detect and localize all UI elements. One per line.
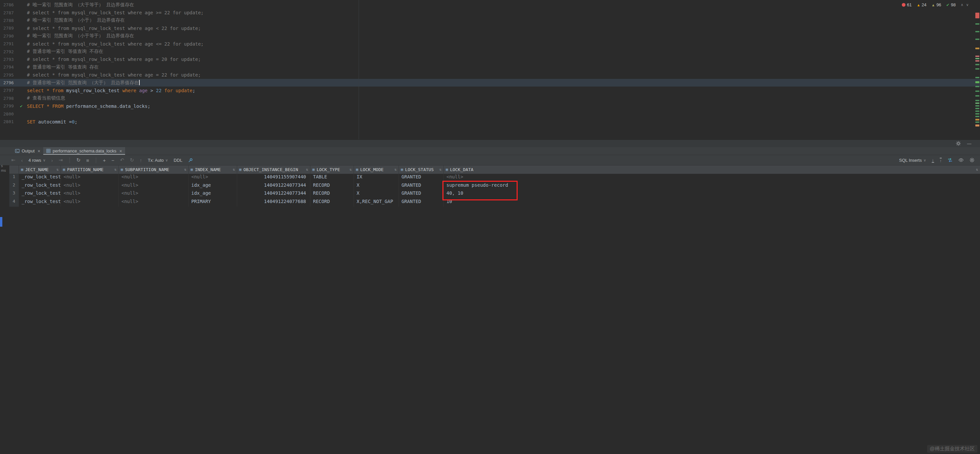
code-line-2791[interactable]: 2791# select * from mysql_row_lock_test … bbox=[0, 40, 980, 48]
submit-icon[interactable]: ↑ bbox=[140, 158, 142, 163]
cell-INDEX_NAME[interactable]: <null> bbox=[189, 174, 237, 182]
cell-JECT_NAME[interactable]: _row_lock_test bbox=[19, 190, 61, 199]
tab-data-locks[interactable]: performance_schema.data_locks × bbox=[43, 147, 125, 155]
cell-LOCK_TYPE[interactable]: RECORD bbox=[310, 199, 354, 207]
prev-page-icon[interactable]: ‹ bbox=[21, 158, 23, 163]
page-size-dropdown[interactable]: 4 rows ∨ bbox=[29, 158, 46, 163]
redo-icon[interactable]: ↻ bbox=[130, 157, 134, 163]
upload-icon[interactable]: ↑ bbox=[940, 158, 942, 163]
add-row-icon[interactable]: + bbox=[103, 158, 106, 163]
settings-gear-icon[interactable] bbox=[956, 141, 961, 146]
error-stripe[interactable] bbox=[975, 0, 980, 139]
cell-PARTITION_NAME[interactable]: <null> bbox=[61, 182, 119, 191]
sql-inserts-dropdown[interactable]: SQL Inserts ∨ bbox=[899, 158, 926, 163]
cell-INDEX_NAME[interactable]: PRIMARY bbox=[189, 199, 237, 207]
table-row-3[interactable]: 3_row_lock_test<null><null>idx_age140491… bbox=[9, 190, 980, 199]
column-header-OBJECT_INSTANCE_BEGIN[interactable]: ▦OBJECT_INSTANCE_BEGIN⇅ bbox=[237, 166, 310, 174]
code-line-2796[interactable]: 2796# 普通非唯一索引 范围查询 （大于） 且边界值存在 bbox=[0, 79, 980, 86]
code-line-2801[interactable]: 2801SET autocommit =0; bbox=[0, 118, 980, 126]
cell-LOCK_STATUS[interactable]: GRANTED bbox=[399, 182, 444, 191]
cell-SUBPARTITION_NAME[interactable]: <null> bbox=[119, 174, 189, 182]
code-line-2793[interactable]: 2793# select * from mysql_row_lock_test … bbox=[0, 56, 980, 63]
code-line-2799[interactable]: 2799✔SELECT * FROM performance_schema.da… bbox=[0, 102, 980, 110]
cell-LOCK_DATA[interactable]: <null> bbox=[444, 174, 980, 182]
cell-LOCK_STATUS[interactable]: GRANTED bbox=[399, 174, 444, 182]
column-header-INDEX_NAME[interactable]: ▦INDEX_NAME⇅ bbox=[189, 166, 237, 174]
cell-OBJECT_INSTANCE_BEGIN[interactable]: 140491224077688 bbox=[237, 199, 310, 207]
cell-LOCK_DATA[interactable]: supremum pseudo-record bbox=[444, 182, 980, 191]
sort-icon[interactable]: ⇅ bbox=[232, 167, 235, 172]
prev-problem-icon[interactable]: ∧ bbox=[961, 3, 963, 7]
passed-indicator[interactable]: ✔ 98 bbox=[946, 2, 956, 7]
cell-JECT_NAME[interactable]: _row_lock_test bbox=[19, 199, 61, 207]
column-header-LOCK_MODE[interactable]: ▦LOCK_MODE⇅ bbox=[354, 166, 399, 174]
errors-indicator[interactable]: 61 bbox=[902, 2, 912, 7]
cell-PARTITION_NAME[interactable]: <null> bbox=[61, 174, 119, 182]
cell-LOCK_MODE[interactable]: X bbox=[354, 190, 399, 199]
code-line-2786[interactable]: 2786# 唯一索引 范围查询 （大于等于） 且边界值存在 bbox=[0, 1, 980, 9]
gear-icon[interactable] bbox=[969, 158, 975, 163]
sort-icon[interactable]: ⇅ bbox=[184, 167, 186, 172]
sql-editor[interactable]: 2786# 唯一索引 范围查询 （大于等于） 且边界值存在2787# selec… bbox=[0, 0, 980, 139]
sort-icon[interactable]: ⇅ bbox=[56, 167, 59, 172]
first-page-icon[interactable]: ⇤ bbox=[11, 157, 16, 163]
cell-LOCK_TYPE[interactable]: TABLE bbox=[310, 174, 354, 182]
code-line-2800[interactable]: 2800 bbox=[0, 110, 980, 118]
code-line-2798[interactable]: 2798# 查看当前锁信息 bbox=[0, 94, 980, 102]
column-header-LOCK_TYPE[interactable]: ▦LOCK_TYPE⇅ bbox=[310, 166, 354, 174]
reload-icon[interactable]: ↻ bbox=[76, 157, 81, 163]
cell-LOCK_MODE[interactable]: X,REC_NOT_GAP bbox=[354, 199, 399, 207]
warnings-indicator[interactable]: ▲ 24 bbox=[917, 2, 926, 7]
cell-LOCK_STATUS[interactable]: GRANTED bbox=[399, 190, 444, 199]
cell-SUBPARTITION_NAME[interactable]: <null> bbox=[119, 182, 189, 191]
ddl-button[interactable]: DDL bbox=[173, 158, 182, 163]
sort-icon[interactable]: ⇅ bbox=[439, 167, 441, 172]
compare-icon[interactable] bbox=[947, 158, 953, 163]
eye-icon[interactable] bbox=[958, 158, 964, 163]
pin-icon[interactable] bbox=[188, 158, 193, 163]
sort-icon[interactable]: ⇅ bbox=[349, 167, 352, 172]
result-grid[interactable]: ▦JECT_NAME⇅▦PARTITION_NAME⇅▦SUBPARTITION… bbox=[9, 166, 980, 207]
sort-icon[interactable]: ⇅ bbox=[976, 167, 978, 172]
cell-OBJECT_INSTANCE_BEGIN[interactable]: 140491224077344 bbox=[237, 182, 310, 191]
sort-icon[interactable]: ⇅ bbox=[306, 167, 308, 172]
cell-LOCK_DATA[interactable]: 10 bbox=[444, 199, 980, 207]
table-row-4[interactable]: 4_row_lock_test<null><null>PRIMARY140491… bbox=[9, 199, 980, 207]
column-header-JECT_NAME[interactable]: ▦JECT_NAME⇅ bbox=[19, 166, 61, 174]
cell-SUBPARTITION_NAME[interactable]: <null> bbox=[119, 199, 189, 207]
cell-LOCK_MODE[interactable]: IX bbox=[354, 174, 399, 182]
sort-icon[interactable]: ⇅ bbox=[114, 167, 116, 172]
table-row-2[interactable]: 2_row_lock_test<null><null>idx_age140491… bbox=[9, 182, 980, 191]
download-icon[interactable]: ↓ bbox=[932, 158, 934, 163]
column-header-PARTITION_NAME[interactable]: ▦PARTITION_NAME⇅ bbox=[61, 166, 119, 174]
cell-JECT_NAME[interactable]: _row_lock_test bbox=[19, 182, 61, 191]
next-problem-icon[interactable]: ∨ bbox=[966, 3, 969, 7]
code-line-2790[interactable]: 2790# 唯一索引 范围查询 （小于等于） 且边界值存在 bbox=[0, 32, 980, 40]
hide-toolwindow-icon[interactable]: — bbox=[967, 141, 971, 146]
cell-SUBPARTITION_NAME[interactable]: <null> bbox=[119, 190, 189, 199]
cell-OBJECT_INSTANCE_BEGIN[interactable]: 140491155907440 bbox=[237, 174, 310, 182]
cell-OBJECT_INSTANCE_BEGIN[interactable]: 140491224077344 bbox=[237, 190, 310, 199]
code-line-2787[interactable]: 2787# select * from mysql_row_lock_test … bbox=[0, 9, 980, 16]
column-header-LOCK_DATA[interactable]: ▦LOCK_DATA⇅ bbox=[444, 166, 980, 174]
row-number[interactable]: 2 bbox=[9, 182, 19, 191]
tx-mode-dropdown[interactable]: Tx: Auto ∨ bbox=[148, 158, 168, 163]
row-number[interactable]: 4 bbox=[9, 199, 19, 207]
column-header-SUBPARTITION_NAME[interactable]: ▦SUBPARTITION_NAME⇅ bbox=[119, 166, 189, 174]
row-number[interactable]: 3 bbox=[9, 190, 19, 199]
cell-PARTITION_NAME[interactable]: <null> bbox=[61, 190, 119, 199]
weak-warnings-indicator[interactable]: ▲ 96 bbox=[931, 2, 941, 7]
cell-LOCK_DATA[interactable]: 40, 10 bbox=[444, 190, 980, 199]
close-icon[interactable]: × bbox=[38, 148, 40, 154]
undo-icon[interactable]: ↶ bbox=[120, 157, 124, 163]
delete-row-icon[interactable]: − bbox=[111, 158, 115, 163]
sort-icon[interactable]: ⇅ bbox=[394, 167, 396, 172]
cell-LOCK_TYPE[interactable]: RECORD bbox=[310, 190, 354, 199]
code-line-2797[interactable]: 2797select * from mysql_row_lock_test wh… bbox=[0, 86, 980, 94]
code-line-2788[interactable]: 2788# 唯一索引 范围查询 （小于） 且边界值存在 bbox=[0, 17, 980, 24]
cell-LOCK_MODE[interactable]: X bbox=[354, 182, 399, 191]
column-header-LOCK_STATUS[interactable]: ▦LOCK_STATUS⇅ bbox=[399, 166, 444, 174]
table-row-1[interactable]: 1_row_lock_test<null><null><null>1404911… bbox=[9, 174, 980, 182]
stop-icon[interactable]: ■ bbox=[86, 158, 89, 163]
code-line-2789[interactable]: 2789# select * from mysql_row_lock_test … bbox=[0, 24, 980, 32]
